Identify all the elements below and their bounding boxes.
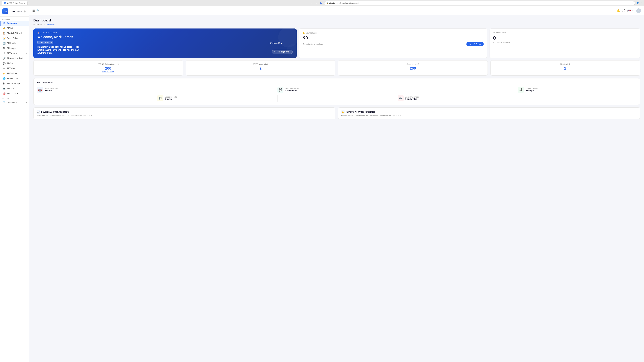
- new-tab-button[interactable]: +: [28, 2, 30, 5]
- sidebar-label-brand-voice: Brand Voice: [7, 92, 18, 95]
- fav-writer-description: Always have your top favorite templates …: [341, 114, 637, 116]
- fav-writer-header: ✍ Favorite AI Writer Templates ···: [341, 110, 637, 114]
- sidebar-item-ai-speech-to-text[interactable]: 🎤 AI Speech to Text: [0, 56, 29, 61]
- extensions-button[interactable]: ⋮: [640, 2, 642, 4]
- doc-stat-voiceover: 🎵 Voiceover Tasks 0 tasks: [157, 95, 276, 102]
- ai-web-chat-icon: 🌐: [3, 77, 6, 80]
- stat-value-words: 200: [36, 66, 180, 70]
- sidebar-item-ai-chat-image[interactable]: 🖼 AI Chat Image: [0, 81, 29, 86]
- user-avatar[interactable]: M: [636, 8, 641, 13]
- ai-chat-image-icon: 🖼: [3, 82, 6, 85]
- reload-button[interactable]: ↻: [319, 1, 323, 5]
- stat-card-characters: Characters Left 200: [338, 60, 488, 76]
- stat-label-images: DE/SD Images Left: [189, 63, 332, 65]
- sidebar-item-ai-web-chat[interactable]: 🌐 AI Web Chat: [0, 76, 29, 81]
- fav-chat-menu-button[interactable]: ···: [330, 110, 332, 113]
- ai-speech-icon: 🎤: [3, 57, 6, 60]
- main-content: Dashboard ⊞ AI Panel » Dashboard 📅 Jul 0…: [29, 15, 644, 362]
- sidebar-label-ai-chat: AI Chat: [7, 62, 14, 64]
- doc-audio-info: Audio Transcribed 0 audio files: [405, 96, 516, 100]
- doc-voiceover-label: Voiceover Tasks: [165, 96, 276, 98]
- doc-stat-words: 🤖 Words Generated 0 words: [37, 86, 156, 93]
- ai-file-chat-icon: 📂: [3, 72, 6, 75]
- doc-stat-audio: 🎶 Audio Transcribed 0 audio files: [398, 95, 516, 102]
- sidebar: CP CPRT Soft ⚙ AI PANEL ⊞ Dashboard ✍ AI…: [0, 6, 29, 362]
- menu-hamburger-icon[interactable]: ☰: [32, 9, 35, 12]
- doc-documents-label: Documents Saved: [285, 88, 396, 89]
- doc-audio-label: Audio Transcribed: [405, 96, 516, 98]
- sidebar-label-ai-writer: AI Writer: [7, 27, 14, 29]
- browser-tabs: C CPRT Soft AI Tools ✕ +: [2, 1, 308, 5]
- fullscreen-icon[interactable]: ⛶: [622, 9, 625, 12]
- sidebar-item-ai-voiceover[interactable]: 🎙 AI Voiceover ›: [0, 51, 29, 56]
- balance-label-text: Your balance: [306, 32, 317, 34]
- breadcrumb-home[interactable]: AI Panel: [36, 23, 43, 25]
- doc-audio-value: 0 audio files: [405, 98, 516, 100]
- welcome-banner: 📅 Jul 03, 2024 15:06 PM Welcome, Mark Ja…: [33, 28, 297, 58]
- fav-writer-menu-button[interactable]: ···: [634, 110, 637, 113]
- view-all-credits-link[interactable]: View All Credits: [36, 71, 180, 73]
- sidebar-item-dashboard[interactable]: ⊞ Dashboard: [0, 21, 29, 26]
- sidebar-item-ai-chat[interactable]: 💬 AI Chat: [0, 61, 29, 66]
- main-area: ☰ 🔍 🔔 ⛶ 🇺🇸 En M Dashboard ⊞ AI Panel: [29, 6, 644, 362]
- sidebar-label-ai-chat-image: AI Chat Image: [7, 82, 20, 85]
- sidebar-item-ai-code[interactable]: 💻 AI Code: [0, 86, 29, 91]
- forward-button[interactable]: →: [314, 1, 318, 5]
- address-bar[interactable]: 🔒 aitools.cprtsoft.com/user/dashboard ☆: [324, 1, 635, 5]
- doc-words-label: Words Generated: [44, 88, 156, 89]
- ai-chat-icon: 💬: [3, 62, 6, 65]
- sidebar-logo: CP CPRT Soft ⚙: [0, 6, 29, 16]
- stat-card-words: GPT 3.5 Turbo Words Left 200 View All Cr…: [33, 60, 183, 76]
- banner-badge: CURRENT PLAN: [38, 41, 53, 44]
- logo-text: CPRT Soft: [10, 10, 22, 13]
- search-icon[interactable]: 🔍: [36, 9, 40, 12]
- notification-bell-icon[interactable]: 🔔: [617, 9, 620, 12]
- time-saved-subtitle: Total hours you saved: [493, 41, 636, 43]
- fav-chat-title: Favorite AI Chat Assistants: [41, 111, 70, 113]
- browser-chrome: C CPRT Soft AI Tools ✕ + ← → ↻ 🔒 aitools…: [0, 0, 644, 6]
- doc-audio-icon: 🎶: [398, 95, 404, 101]
- sidebar-label-ai-images: AI Images: [7, 47, 16, 49]
- doc-documents-value: 0 documents: [285, 89, 396, 92]
- doc-voiceover-icon: 🎵: [157, 95, 163, 101]
- stat-card-images: DE/SD Images Left 2: [186, 60, 335, 76]
- back-button[interactable]: ←: [310, 1, 314, 5]
- breadcrumb: ⊞ AI Panel » Dashboard: [33, 23, 640, 25]
- lock-icon: 🔒: [326, 2, 328, 4]
- bookmark-icon[interactable]: ☆: [631, 2, 633, 4]
- stats-row: GPT 3.5 Turbo Words Left 200 View All Cr…: [33, 60, 640, 76]
- sidebar-item-ai-images[interactable]: 🖼 AI Images: [0, 46, 29, 51]
- fav-card-ai-writer-templates: ✍ Favorite AI Writer Templates ··· Alway…: [338, 107, 640, 119]
- smart-editor-icon: 📝: [3, 37, 6, 39]
- sidebar-item-documents[interactable]: 📄 Documents ›: [0, 100, 29, 105]
- calendar-icon: 📅: [38, 32, 40, 34]
- fav-chat-header: 💬 Favorite AI Chat Assistants ···: [36, 110, 332, 114]
- time-saved-value: 0: [493, 35, 636, 41]
- breadcrumb-current: Dashboard: [46, 23, 55, 25]
- sidebar-item-ai-rewriter[interactable]: 🔄 AI ReWriter: [0, 41, 29, 46]
- browser-tab-active[interactable]: C CPRT Soft AI Tools ✕: [2, 1, 28, 5]
- browser-actions: 👤 ⋮: [636, 2, 642, 4]
- sidebar-item-ai-writer[interactable]: ✍ AI Writer: [0, 26, 29, 31]
- stat-label-minutes: Minutes Left: [494, 63, 637, 65]
- tab-favicon: C: [4, 2, 6, 4]
- ai-vision-icon: 👁: [3, 67, 6, 70]
- sidebar-label-ai-code: AI Code: [7, 87, 14, 90]
- sidebar-item-ai-article-wizard[interactable]: 📋 AI Article Wizard: [0, 31, 29, 36]
- sidebar-label-dashboard: Dashboard: [7, 22, 18, 24]
- invite-earn-button[interactable]: Invite & Earn ›: [466, 42, 484, 46]
- tab-close-btn[interactable]: ✕: [24, 2, 25, 4]
- profile-button[interactable]: 👤: [636, 2, 639, 4]
- language-label: En: [632, 9, 634, 12]
- sidebar-label-ai-web-chat: AI Web Chat: [7, 77, 18, 80]
- sidebar-item-ai-file-chat[interactable]: 📂 AI File Chat: [0, 71, 29, 76]
- fav-writer-icon: ✍: [341, 110, 345, 114]
- language-selector[interactable]: 🇺🇸 En: [628, 9, 634, 12]
- sidebar-item-smart-editor[interactable]: 📝 Smart Editor: [0, 36, 29, 41]
- fav-chat-description: Have your favorite AI chat assistants ha…: [36, 114, 332, 116]
- sidebar-item-ai-vision[interactable]: 👁 AI Vision: [0, 66, 29, 71]
- sidebar-item-brand-voice[interactable]: 🎯 Brand Voice: [0, 91, 29, 96]
- sidebar-section-account: ACCOUNT: [0, 96, 29, 100]
- dashboard-icon: ⊞: [3, 22, 6, 24]
- balance-label: 💰 Your balance: [302, 32, 484, 34]
